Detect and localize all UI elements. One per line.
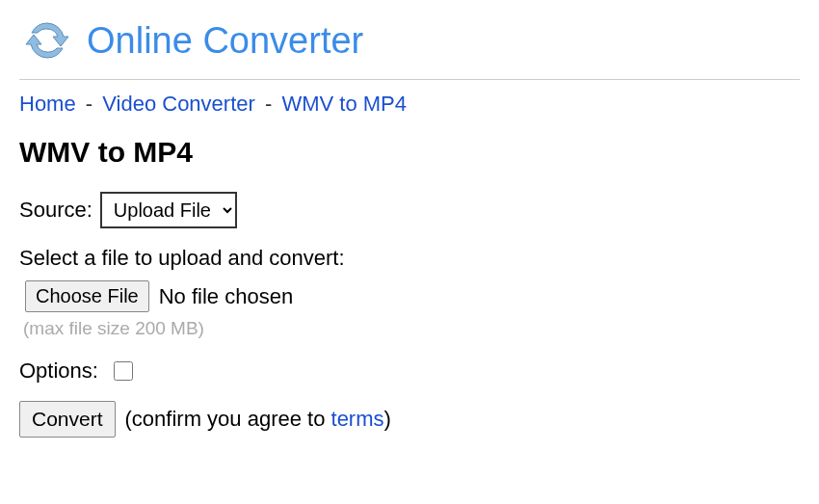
options-label: Options: [19,358,98,384]
file-row: Choose File No file chosen [19,280,800,312]
source-label: Source: [19,198,92,223]
source-select[interactable]: Upload File [100,192,237,228]
options-checkbox[interactable] [114,361,133,381]
convert-button[interactable]: Convert [19,401,116,438]
site-title[interactable]: Online Converter [87,20,363,62]
refresh-arrows-icon [19,17,75,64]
breadcrumb-video-converter[interactable]: Video Converter [102,92,255,116]
breadcrumb-sep: - [265,92,272,116]
confirm-suffix: ) [384,407,391,431]
source-row: Source: Upload File [19,192,800,228]
page-title: WMV to MP4 [19,136,800,169]
header-divider [19,79,800,80]
choose-file-button[interactable]: Choose File [25,280,149,312]
breadcrumb-home[interactable]: Home [19,92,76,116]
file-prompt: Select a file to upload and convert: [19,246,800,271]
max-size-hint: (max file size 200 MB) [23,318,800,339]
confirm-prefix: (confirm you agree to [125,407,331,431]
file-status: No file chosen [159,284,293,309]
breadcrumb: Home - Video Converter - WMV to MP4 [19,92,800,117]
options-row: Options: [19,358,800,384]
breadcrumb-sep: - [86,92,92,116]
convert-note: (confirm you agree to terms) [125,407,391,432]
breadcrumb-current[interactable]: WMV to MP4 [281,92,407,116]
terms-link[interactable]: terms [331,407,384,431]
site-header: Online Converter [19,10,800,71]
convert-row: Convert (confirm you agree to terms) [19,401,800,438]
